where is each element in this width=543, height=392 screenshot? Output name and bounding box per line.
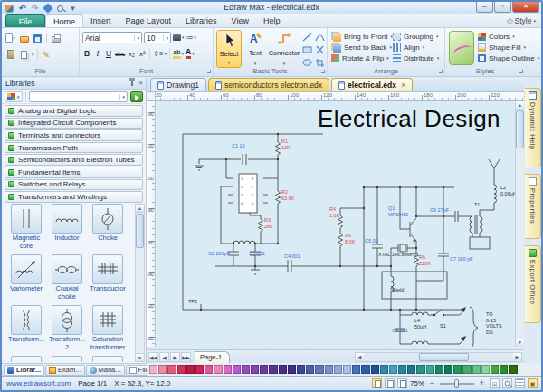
- tab-file[interactable]: File: [5, 14, 45, 27]
- color-swatch[interactable]: [288, 365, 296, 374]
- scroll-right-arrow[interactable]: ▶: [513, 353, 521, 361]
- edrawsoft-link[interactable]: www.edrawsoft.com: [6, 379, 71, 387]
- format-painter-button[interactable]: ✎: [41, 48, 52, 61]
- color-swatch[interactable]: [509, 365, 517, 374]
- library-item-integrated-circuit-components[interactable]: Integrated Circuit Components: [5, 118, 143, 129]
- color-swatch[interactable]: [149, 365, 157, 374]
- scroll-thumb[interactable]: [516, 110, 524, 148]
- color-swatch[interactable]: [306, 365, 314, 374]
- font-size-select[interactable]: 10▾: [144, 32, 171, 43]
- delete-tool-button[interactable]: [314, 43, 326, 55]
- zoom-in-button[interactable]: +: [477, 378, 487, 388]
- print-button[interactable]: [50, 32, 62, 44]
- library-item-fundamental-items[interactable]: Fundamental Items: [5, 167, 143, 178]
- last-page-button[interactable]: ▶▶: [181, 352, 191, 362]
- styles-dialog-launcher[interactable]: [519, 70, 523, 73]
- minimize-button[interactable]: –: [476, 2, 493, 13]
- fit-page-button[interactable]: ⊡: [490, 378, 500, 388]
- pin-icon[interactable]: [131, 81, 133, 86]
- font-dialog-launcher[interactable]: [207, 70, 211, 73]
- color-swatch[interactable]: [462, 365, 471, 374]
- color-swatch[interactable]: [233, 365, 241, 374]
- color-swatch[interactable]: [251, 365, 259, 374]
- tab-libraries[interactable]: Libraries: [178, 14, 224, 27]
- color-swatch[interactable]: [279, 365, 287, 374]
- grouping-button[interactable]: Grouping▾: [393, 32, 439, 42]
- color-swatch[interactable]: [380, 365, 388, 374]
- color-swatch[interactable]: [334, 365, 342, 374]
- drawing-canvas[interactable]: Electrical Design C1 10R1 12KR2 63.6KR3 …: [156, 101, 515, 347]
- scroll-down-arrow[interactable]: ▼: [516, 339, 524, 347]
- save-button[interactable]: [32, 32, 43, 44]
- library-go-button[interactable]: [130, 91, 143, 102]
- color-swatch[interactable]: [224, 365, 232, 374]
- color-swatch[interactable]: [389, 365, 397, 374]
- shape-preview[interactable]: [92, 356, 123, 362]
- open-button[interactable]: [18, 32, 30, 44]
- color-swatch[interactable]: [343, 365, 351, 374]
- color-swatch[interactable]: [426, 365, 434, 374]
- page-break-view-button[interactable]: [385, 378, 395, 388]
- tab-insert[interactable]: Insert: [83, 14, 119, 27]
- shape-choke[interactable]: Choke: [90, 204, 126, 243]
- pan-view-button[interactable]: ▣: [528, 378, 538, 388]
- text-block-style-dropdown[interactable]: ▾: [173, 34, 185, 41]
- font-family-select[interactable]: Arial▾: [82, 32, 142, 43]
- page-tab[interactable]: Page-1: [195, 351, 230, 363]
- color-swatch[interactable]: [472, 365, 481, 374]
- close-button[interactable]: ×: [512, 2, 539, 13]
- color-swatch[interactable]: [325, 365, 333, 374]
- library-item-terminals-and-connectors[interactable]: Terminals and connectors: [5, 129, 143, 141]
- distribute-button[interactable]: Distribute▾: [393, 53, 439, 63]
- bullet-list-dropdown[interactable]: ≔▾: [186, 34, 197, 42]
- color-swatch[interactable]: [407, 365, 415, 374]
- color-swatch[interactable]: [315, 365, 323, 374]
- color-swatch[interactable]: [352, 365, 360, 374]
- underline-button[interactable]: U: [104, 48, 113, 59]
- side-tab-dynamic-help[interactable]: Dynamic Help: [525, 88, 541, 167]
- color-swatch[interactable]: [186, 365, 195, 374]
- bring-to-front-button[interactable]: Bring to Front▾: [331, 32, 393, 42]
- side-tab-properties[interactable]: Properties: [525, 174, 541, 239]
- panel-scrollbar[interactable]: ▲ ▼: [135, 204, 145, 362]
- normal-view-button[interactable]: [372, 378, 382, 388]
- scroll-up-arrow[interactable]: ▲: [136, 205, 144, 213]
- panel-tab-exam[interactable]: Exam...: [45, 365, 84, 376]
- color-swatch[interactable]: [361, 365, 369, 374]
- bold-button[interactable]: B: [82, 48, 91, 59]
- shape-transform-2[interactable]: Transform... 2: [49, 305, 85, 351]
- shape-preview[interactable]: [52, 356, 82, 362]
- send-to-back-button[interactable]: Send to Back▾: [331, 43, 393, 53]
- canvas-vertical-scrollbar[interactable]: ▲ ▼: [515, 101, 524, 347]
- shape-variometer[interactable]: Variometer: [8, 254, 44, 293]
- shape-transform[interactable]: Transform...: [8, 305, 44, 344]
- previous-page-button[interactable]: ◀: [159, 352, 169, 362]
- shape-transductor[interactable]: Transductor: [90, 254, 126, 293]
- color-swatch[interactable]: [167, 365, 176, 374]
- library-item-transmission-path[interactable]: Transmission Path: [5, 142, 143, 154]
- arrange-dialog-launcher[interactable]: [439, 70, 443, 73]
- rectangle-tool-button[interactable]: [301, 43, 313, 55]
- color-swatch[interactable]: [214, 365, 222, 374]
- canvas-horizontal-scrollbar[interactable]: ◀ ▶: [355, 352, 522, 362]
- align-button[interactable]: Align▾: [393, 43, 439, 53]
- scroll-thumb[interactable]: [419, 353, 469, 361]
- document-tab-drawing1[interactable]: Drawing1: [150, 78, 206, 91]
- library-item-semiconductors-and-electron-tubes[interactable]: Semiconductors and Electron Tubes: [5, 154, 143, 166]
- shape-inductor[interactable]: Inductor: [49, 204, 85, 243]
- document-tab-electrical-edx[interactable]: electrical.edx×: [331, 78, 413, 91]
- text-tool-button[interactable]: A Text▾: [243, 30, 267, 68]
- shape-outline-button[interactable]: Shape Outline▾: [478, 53, 539, 63]
- color-swatch[interactable]: [444, 365, 452, 374]
- color-swatch[interactable]: [398, 365, 406, 374]
- scroll-thumb[interactable]: [136, 214, 144, 248]
- color-swatch[interactable]: [435, 365, 443, 374]
- color-swatch[interactable]: [205, 365, 213, 374]
- connector-tool-button[interactable]: Connector▾: [268, 30, 300, 68]
- library-item-analog-and-digital-logic[interactable]: Analog and Digital Logic: [5, 105, 143, 117]
- color-swatch[interactable]: [195, 365, 204, 374]
- arc-tool-button[interactable]: [314, 31, 326, 43]
- color-swatch[interactable]: [371, 365, 379, 374]
- color-swatch[interactable]: [269, 365, 277, 374]
- side-tab-export-office[interactable]: Export Office: [525, 245, 541, 323]
